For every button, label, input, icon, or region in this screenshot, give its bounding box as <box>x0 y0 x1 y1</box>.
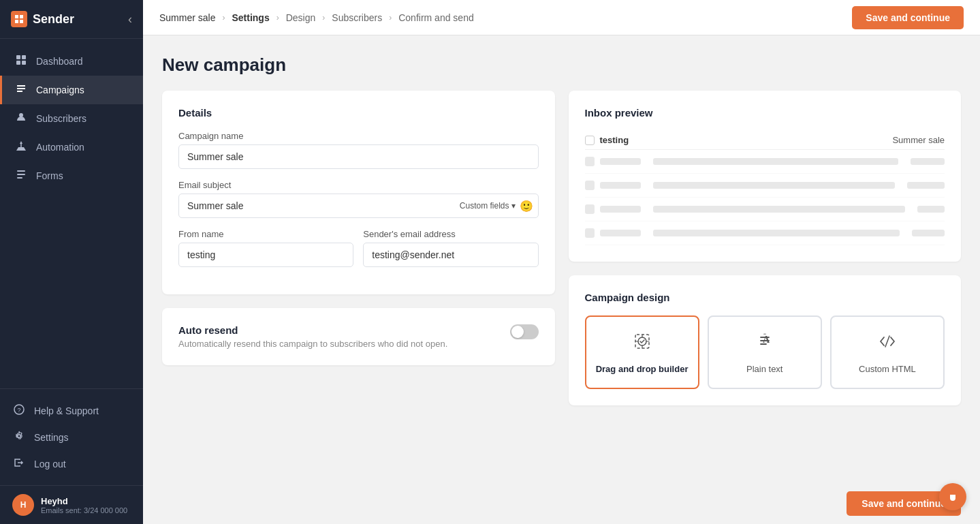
svg-rect-3 <box>20 20 23 23</box>
skel-sub-1 <box>653 158 899 165</box>
svg-point-19 <box>952 497 953 499</box>
dashboard-label: Dashboard <box>36 56 83 67</box>
auto-resend-card: Auto resend Automatically resend this ca… <box>162 308 555 365</box>
sidebar-item-automation[interactable]: Automation <box>0 133 143 161</box>
skel-name-2 <box>600 182 641 189</box>
dashboard-icon <box>14 55 28 68</box>
topbar: Summer sale › Settings › Design › Subscr… <box>143 0 980 35</box>
sidebar-item-dashboard[interactable]: Dashboard <box>0 47 143 76</box>
details-card-title: Details <box>178 107 539 119</box>
custom-fields-chevron: ▾ <box>511 201 516 211</box>
sidebar-item-campaigns[interactable]: Campaigns <box>0 76 143 104</box>
emoji-button[interactable]: 🙂 <box>520 200 533 213</box>
svg-rect-0 <box>15 15 18 18</box>
breadcrumb-sep-1: › <box>222 13 225 22</box>
sidebar-header: Sender ‹ <box>0 0 143 39</box>
help-label: Help & Support <box>34 405 99 416</box>
email-subject-actions: Custom fields ▾ 🙂 <box>460 200 533 213</box>
page-title: New campaign <box>162 55 961 76</box>
svg-rect-12 <box>17 177 22 179</box>
sidebar-item-forms[interactable]: Forms <box>0 161 143 190</box>
auto-resend-title: Auto resend <box>178 324 447 336</box>
skel-check-3 <box>585 204 595 214</box>
logout-icon <box>12 457 26 470</box>
breadcrumb-confirm[interactable]: Confirm and send <box>398 12 474 23</box>
skel-check-1 <box>585 157 595 166</box>
sidebar-nav: Dashboard Campaigns Subscribers Automati… <box>0 39 143 388</box>
user-emails-sent: Emails sent: 3/24 000 000 <box>41 506 127 514</box>
auto-resend-header: Auto resend Automatically resend this ca… <box>178 324 539 349</box>
from-name-input[interactable] <box>178 243 353 267</box>
skel-date-3 <box>917 206 945 213</box>
breadcrumb-subscribers[interactable]: Subscribers <box>332 12 382 23</box>
skel-sub-2 <box>653 182 896 189</box>
topbar-campaign-name: Summer sale <box>159 12 215 23</box>
user-info: Heyhd Emails sent: 3/24 000 000 <box>41 496 127 514</box>
user-name: Heyhd <box>41 496 127 506</box>
breadcrumb-settings[interactable]: Settings <box>232 12 269 23</box>
breadcrumb-sep-3: › <box>322 13 325 22</box>
skel-date-4 <box>912 230 945 236</box>
plain-text-label: Plain text <box>746 364 783 374</box>
subscribers-icon <box>14 112 28 125</box>
inbox-preview-title: Inbox preview <box>585 107 945 119</box>
sidebar-item-subscribers[interactable]: Subscribers <box>0 104 143 133</box>
skel-date-1 <box>911 158 945 165</box>
sidebar-item-logout[interactable]: Log out <box>0 450 143 477</box>
breadcrumb-sep-4: › <box>389 13 392 22</box>
help-icon: ? <box>12 404 26 417</box>
right-column: Inbox preview testing Summer sale <box>569 91 962 405</box>
sidebar-item-help[interactable]: ? Help & Support <box>0 397 143 424</box>
plain-text-icon: A <box>754 330 776 357</box>
bug-button[interactable] <box>939 483 966 510</box>
skel-name-3 <box>600 206 641 213</box>
logout-label: Log out <box>34 459 66 469</box>
custom-html-icon <box>876 330 898 357</box>
campaigns-icon <box>14 83 28 97</box>
custom-fields-button[interactable]: Custom fields ▾ <box>460 201 516 211</box>
design-option-plain-text[interactable]: A Plain text <box>708 315 822 389</box>
automation-icon <box>14 140 28 154</box>
topbar-breadcrumb: Summer sale › Settings › Design › Subscr… <box>159 12 474 23</box>
campaign-name-input[interactable] <box>178 144 539 169</box>
svg-rect-2 <box>15 20 18 23</box>
inbox-checkbox-main[interactable] <box>585 136 595 145</box>
campaign-name-group: Campaign name <box>178 131 539 169</box>
inbox-preview-card: Inbox preview testing Summer sale <box>569 91 962 262</box>
svg-rect-4 <box>16 55 20 59</box>
svg-rect-6 <box>16 61 20 65</box>
design-option-custom-html[interactable]: Custom HTML <box>830 315 945 389</box>
drag-drop-icon <box>631 330 653 357</box>
inbox-from-name: testing <box>600 135 629 145</box>
campaign-name-label: Campaign name <box>178 131 539 141</box>
from-sender-row: From name Sender's email address <box>178 229 539 278</box>
save-continue-button-top[interactable]: Save and continue <box>852 6 964 29</box>
content-area: New campaign Details Campaign name Email… <box>143 35 980 483</box>
skel-date-2 <box>907 182 945 189</box>
auto-resend-text: Auto resend Automatically resend this ca… <box>178 324 447 349</box>
design-option-drag-drop[interactable]: Drag and drop builder <box>585 315 699 389</box>
auto-resend-toggle[interactable] <box>510 324 539 339</box>
sidebar-item-settings[interactable]: Settings <box>0 424 143 450</box>
sidebar-collapse-icon[interactable]: ‹ <box>128 12 132 27</box>
from-name-label: From name <box>178 229 353 239</box>
sidebar-bottom: ? Help & Support Settings Log out <box>0 388 143 485</box>
inbox-subject: Summer sale <box>892 135 945 145</box>
skel-sub-3 <box>653 206 906 213</box>
from-name-group: From name <box>178 229 353 267</box>
email-subject-label: Email subject <box>178 180 539 190</box>
app-name: Sender <box>33 12 74 27</box>
sidebar-user: H Heyhd Emails sent: 3/24 000 000 <box>0 485 143 524</box>
sender-email-group: Sender's email address <box>363 229 538 267</box>
skel-name-1 <box>600 158 641 165</box>
sender-email-input[interactable] <box>363 243 538 267</box>
auto-resend-description: Automatically resend this campaign to su… <box>178 339 447 349</box>
svg-rect-11 <box>17 174 25 175</box>
bottom-bar: Save and continue <box>143 483 980 524</box>
breadcrumb-design[interactable]: Design <box>286 12 316 23</box>
campaigns-label: Campaigns <box>36 84 84 95</box>
user-initials: H <box>20 500 27 510</box>
skeleton-row-1 <box>585 150 945 174</box>
svg-rect-1 <box>20 15 23 18</box>
automation-label: Automation <box>36 142 84 153</box>
